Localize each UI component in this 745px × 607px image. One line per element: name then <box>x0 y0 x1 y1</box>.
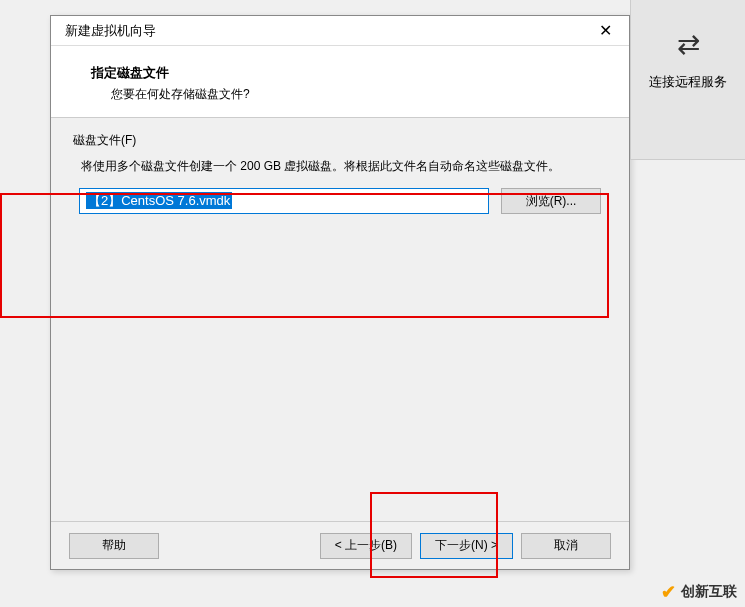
dialog-header: 指定磁盘文件 您要在何处存储磁盘文件? <box>51 46 629 118</box>
dialog-title: 新建虚拟机向导 <box>65 22 156 40</box>
transfer-icon[interactable]: ⇄ <box>677 28 700 61</box>
browse-button[interactable]: 浏览(R)... <box>501 188 601 214</box>
disk-filename-value: 【2】CentsOS 7.6.vmdk <box>86 192 232 209</box>
close-button[interactable]: ✕ <box>589 17 621 45</box>
side-panel: ⇄ 连接远程服务 <box>630 0 745 160</box>
titlebar: 新建虚拟机向导 ✕ <box>51 16 629 46</box>
side-panel-label: 连接远程服务 <box>649 73 727 91</box>
dialog-footer: 帮助 < 上一步(B) 下一步(N) > 取消 <box>51 521 629 569</box>
disk-file-label: 磁盘文件(F) <box>73 132 607 149</box>
header-subtitle: 您要在何处存储磁盘文件? <box>73 86 607 103</box>
next-button[interactable]: 下一步(N) > <box>420 533 513 559</box>
watermark-icon: ✔ <box>659 583 677 601</box>
watermark: ✔ 创新互联 <box>659 583 737 601</box>
cancel-button[interactable]: 取消 <box>521 533 611 559</box>
dialog-body: 磁盘文件(F) 将使用多个磁盘文件创建一个 200 GB 虚拟磁盘。将根据此文件… <box>51 118 629 254</box>
wizard-dialog: 新建虚拟机向导 ✕ 指定磁盘文件 您要在何处存储磁盘文件? 磁盘文件(F) 将使… <box>50 15 630 570</box>
watermark-text: 创新互联 <box>681 583 737 601</box>
disk-filename-input[interactable]: 【2】CentsOS 7.6.vmdk <box>79 188 489 214</box>
back-button[interactable]: < 上一步(B) <box>320 533 412 559</box>
header-title: 指定磁盘文件 <box>73 64 607 82</box>
file-input-row: 【2】CentsOS 7.6.vmdk 浏览(R)... <box>73 184 607 244</box>
help-button[interactable]: 帮助 <box>69 533 159 559</box>
disk-file-description: 将使用多个磁盘文件创建一个 200 GB 虚拟磁盘。将根据此文件名自动命名这些磁… <box>73 157 607 176</box>
